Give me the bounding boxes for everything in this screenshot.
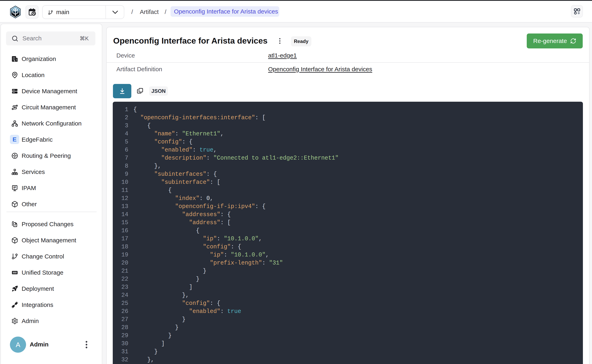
- svg-text:IP: IP: [13, 186, 16, 189]
